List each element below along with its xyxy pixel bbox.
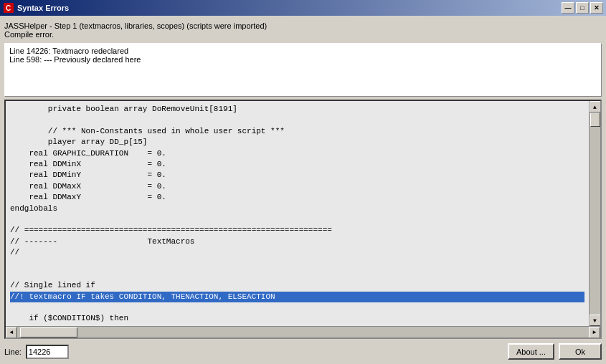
window-title: Syntax Errors: [17, 4, 562, 12]
info-section: JASSHelper - Step 1 (textmacros, librari…: [4, 20, 602, 40]
code-line: [10, 115, 15, 124]
code-line: real DDMinX = 0.: [10, 160, 166, 168]
code-line: // ------- TextMacros: [10, 237, 194, 246]
code-line: private boolean array DoRemoveUnit[8191]: [10, 105, 237, 113]
code-line: real GRAPHIC_DURATION = 0.: [10, 149, 166, 158]
scroll-thumb-h[interactable]: [20, 327, 77, 337]
code-section: private boolean array DoRemoveUnit[8191]…: [4, 100, 602, 339]
code-line: player array DD_p[15]: [10, 138, 147, 146]
code-line: real DDMaxX = 0.: [10, 182, 166, 191]
code-line: [10, 270, 15, 279]
info-line1: JASSHelper - Step 1 (textmacros, librari…: [4, 21, 602, 30]
code-line: //: [10, 248, 19, 257]
window-content: JASSHelper - Step 1 (textmacros, librari…: [0, 16, 606, 364]
scroll-right-button[interactable]: ►: [589, 327, 600, 338]
maximize-button[interactable]: □: [576, 2, 589, 14]
code-line: [10, 259, 15, 267]
vertical-scrollbar: ▲ ▼: [589, 101, 600, 326]
minimize-button[interactable]: —: [562, 2, 574, 14]
code-line: if ($CONDITION$) then: [10, 314, 128, 322]
svg-text:C: C: [6, 4, 11, 12]
scroll-up-button[interactable]: ▲: [590, 101, 601, 112]
code-line: $THENACTION$: [10, 325, 105, 326]
code-line: [10, 215, 15, 224]
ok-button[interactable]: Ok: [559, 343, 602, 360]
info-line2: Compile error.: [4, 30, 602, 39]
error-box: Line 14226: Textmacro redeclared Line 59…: [4, 43, 602, 97]
scroll-thumb-v[interactable]: [590, 112, 600, 127]
about-button[interactable]: About ...: [508, 343, 554, 360]
error-line-1: Line 14226: Textmacro redeclared: [9, 47, 597, 55]
window-icon: C: [3, 2, 14, 14]
error-line-2: Line 598: --- Previously declared here: [9, 55, 597, 64]
close-button[interactable]: ✕: [590, 2, 603, 14]
scroll-track-v[interactable]: [590, 112, 600, 315]
scroll-down-button[interactable]: ▼: [590, 315, 601, 326]
scroll-track-h[interactable]: [17, 327, 589, 337]
code-line: real DDMaxY = 0.: [10, 193, 166, 201]
code-area-wrapper: private boolean array DoRemoveUnit[8191]…: [6, 101, 600, 326]
title-bar: C Syntax Errors — □ ✕: [0, 0, 606, 16]
code-line: real DDMinY = 0.: [10, 171, 166, 179]
highlighted-line: //! textmacro IF takes CONDITION, THENAC…: [10, 292, 584, 302]
line-input[interactable]: [26, 345, 69, 359]
code-line: // =====================================…: [10, 226, 332, 234]
code-area[interactable]: private boolean array DoRemoveUnit[8191]…: [6, 101, 589, 326]
horizontal-scrollbar: ◄ ►: [6, 326, 600, 337]
code-line: // Single lined if: [10, 281, 95, 289]
title-bar-buttons: — □ ✕: [562, 2, 603, 14]
line-label: Line:: [4, 348, 22, 356]
scroll-left-button[interactable]: ◄: [6, 327, 17, 338]
code-line: // *** Non-Constants used in whole user …: [10, 127, 285, 135]
code-line: endglobals: [10, 204, 57, 213]
bottom-bar: Line: About ... Ok: [4, 342, 602, 361]
